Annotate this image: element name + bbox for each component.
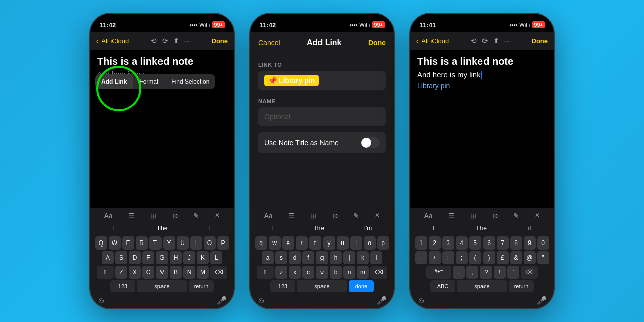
sug2-3[interactable]: I'm bbox=[364, 225, 372, 232]
mic-icon-2[interactable]: 🎤 bbox=[377, 296, 387, 305]
key2-o[interactable]: o bbox=[364, 236, 376, 250]
share-icon-3[interactable]: ⬆ bbox=[493, 37, 499, 45]
key2-d[interactable]: d bbox=[289, 251, 301, 264]
kb-font-icon[interactable]: Aa bbox=[104, 212, 112, 220]
key3-1[interactable]: 1 bbox=[415, 236, 427, 250]
key3-6[interactable]: 6 bbox=[483, 236, 495, 250]
key-space[interactable]: space bbox=[137, 280, 187, 292]
key-a[interactable]: A bbox=[102, 251, 114, 264]
key3-2[interactable]: 2 bbox=[429, 236, 441, 250]
kb-table-icon[interactable]: ⊞ bbox=[150, 212, 156, 220]
key-z[interactable]: Z bbox=[115, 266, 127, 279]
key-g[interactable]: G bbox=[156, 251, 168, 264]
key-o[interactable]: O bbox=[204, 236, 216, 250]
key2-delete[interactable]: ⌫ bbox=[370, 266, 387, 279]
key2-r[interactable]: r bbox=[296, 236, 308, 250]
nav-back-1[interactable]: ‹ All iCloud bbox=[96, 37, 129, 45]
kb-pen-icon-2[interactable]: ✎ bbox=[353, 212, 359, 220]
kb-table-icon-3[interactable]: ⊞ bbox=[470, 212, 476, 220]
kb-list-icon[interactable]: ☰ bbox=[128, 212, 135, 220]
key3-at[interactable]: @ bbox=[524, 251, 536, 264]
context-format[interactable]: Format bbox=[133, 74, 165, 89]
key-i[interactable]: I bbox=[190, 236, 202, 250]
kb-font-icon-3[interactable]: Aa bbox=[424, 212, 432, 220]
key-m[interactable]: M bbox=[197, 266, 209, 279]
emoji-icon-1[interactable]: ☺ bbox=[97, 296, 105, 305]
redo-icon-1[interactable]: ⟳ bbox=[162, 37, 168, 45]
key3-return[interactable]: return bbox=[509, 280, 534, 292]
key2-x[interactable]: x bbox=[289, 266, 301, 279]
key3-0[interactable]: 0 bbox=[537, 236, 549, 250]
key3-sym[interactable]: #+= bbox=[426, 266, 451, 279]
kb-table-icon-2[interactable]: ⊞ bbox=[310, 212, 316, 220]
key3-7[interactable]: 7 bbox=[497, 236, 509, 250]
kb-list-icon-2[interactable]: ☰ bbox=[288, 212, 295, 220]
mic-icon-1[interactable]: 🎤 bbox=[217, 296, 227, 305]
key-h[interactable]: H bbox=[170, 251, 182, 264]
mic-icon-3[interactable]: 🎤 bbox=[537, 296, 547, 305]
key2-k[interactable]: k bbox=[357, 251, 369, 264]
key-delete[interactable]: ⌫ bbox=[210, 266, 227, 279]
key2-f[interactable]: f bbox=[302, 251, 314, 264]
kb-list-icon-3[interactable]: ☰ bbox=[448, 212, 455, 220]
name-field[interactable]: Optional bbox=[258, 107, 386, 126]
key3-space[interactable]: space bbox=[457, 280, 507, 292]
nav-back-3[interactable]: ‹ All iCloud bbox=[416, 37, 449, 45]
key-t[interactable]: T bbox=[149, 236, 162, 250]
sug2-2[interactable]: The bbox=[314, 225, 325, 232]
key3-dash[interactable]: - bbox=[415, 251, 427, 264]
key-y[interactable]: Y bbox=[163, 236, 175, 250]
context-find-selection[interactable]: Find Selection bbox=[165, 74, 215, 89]
kb-pen-icon[interactable]: ✎ bbox=[193, 212, 199, 220]
key3-semi[interactable]: ; bbox=[456, 251, 468, 264]
key-j[interactable]: J bbox=[183, 251, 195, 264]
key-shift[interactable]: ⇧ bbox=[97, 266, 114, 279]
key2-v[interactable]: v bbox=[316, 266, 328, 279]
key2-w[interactable]: w bbox=[269, 236, 281, 250]
key-s[interactable]: S bbox=[115, 251, 127, 264]
kb-close-icon-3[interactable]: ✕ bbox=[535, 212, 540, 220]
more-icon-1[interactable]: ··· bbox=[184, 37, 190, 45]
kb-close-icon-2[interactable]: ✕ bbox=[375, 212, 380, 220]
key-f[interactable]: F bbox=[142, 251, 154, 264]
kb-camera-icon-2[interactable]: ⊙ bbox=[332, 212, 338, 220]
key-q[interactable]: Q bbox=[95, 236, 107, 250]
link-to-field[interactable]: 📌 Library pin bbox=[258, 71, 386, 90]
history-icon-3[interactable]: ⟲ bbox=[471, 37, 477, 45]
dialog-done-2[interactable]: Done bbox=[368, 39, 386, 47]
key-return[interactable]: return bbox=[189, 280, 214, 292]
kb-camera-icon-3[interactable]: ⊙ bbox=[492, 212, 498, 220]
key2-g[interactable]: g bbox=[316, 251, 328, 264]
key-n[interactable]: N bbox=[183, 266, 195, 279]
key2-123[interactable]: 123 bbox=[270, 280, 295, 292]
key2-a[interactable]: a bbox=[262, 251, 274, 264]
key-w[interactable]: W bbox=[109, 236, 121, 250]
sug2-1[interactable]: I bbox=[272, 225, 274, 232]
key3-apost[interactable]: ' bbox=[507, 266, 519, 279]
key2-t[interactable]: t bbox=[309, 236, 321, 250]
key-e[interactable]: E bbox=[122, 236, 134, 250]
suggestion-3[interactable]: I bbox=[209, 225, 211, 232]
key2-y[interactable]: y bbox=[323, 236, 335, 250]
key3-8[interactable]: 8 bbox=[510, 236, 522, 250]
history-icon-1[interactable]: ⟲ bbox=[151, 37, 157, 45]
key3-5[interactable]: 5 bbox=[469, 236, 481, 250]
key2-n[interactable]: n bbox=[343, 266, 355, 279]
key-123[interactable]: 123 bbox=[110, 280, 135, 292]
dialog-cancel-2[interactable]: Cancel bbox=[258, 39, 280, 47]
key3-exclaim[interactable]: ! bbox=[494, 266, 506, 279]
key-b[interactable]: B bbox=[170, 266, 182, 279]
kb-close-icon[interactable]: ✕ bbox=[215, 212, 220, 220]
sug3-3[interactable]: if bbox=[528, 225, 531, 232]
key-d[interactable]: D bbox=[129, 251, 141, 264]
key3-period[interactable]: . bbox=[453, 266, 465, 279]
redo-icon-3[interactable]: ⟳ bbox=[482, 37, 488, 45]
key2-i[interactable]: i bbox=[350, 236, 362, 250]
key-x[interactable]: X bbox=[129, 266, 141, 279]
key-c[interactable]: C bbox=[142, 266, 154, 279]
emoji-icon-3[interactable]: ☺ bbox=[417, 296, 425, 305]
kb-pen-icon-3[interactable]: ✎ bbox=[513, 212, 519, 220]
key2-shift[interactable]: ⇧ bbox=[257, 266, 274, 279]
key2-b[interactable]: b bbox=[330, 266, 342, 279]
key2-space[interactable]: space bbox=[297, 280, 347, 292]
